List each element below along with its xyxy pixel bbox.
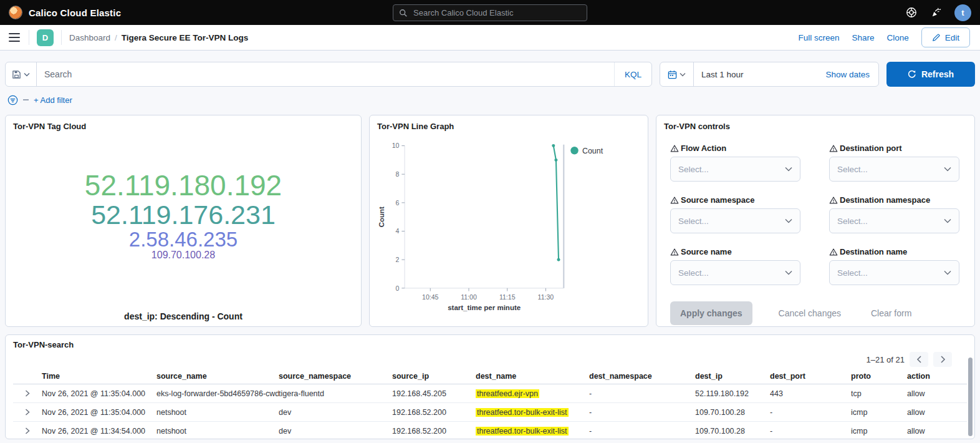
app-title: Calico Cloud Elastic — [29, 7, 121, 18]
refresh-button[interactable]: Refresh — [886, 62, 975, 87]
pagination: 1–21 of 21 — [13, 352, 952, 367]
svg-text:8: 8 — [396, 170, 400, 178]
calico-logo-icon — [9, 6, 22, 19]
clear-form-button[interactable]: Clear form — [867, 308, 915, 319]
breadcrumb-item-dashboard[interactable]: Dashboard — [69, 33, 110, 42]
table-body: Nov 26, 2021 @ 11:35:04.000eks-log-forwa… — [13, 384, 967, 439]
column-header-action: action — [907, 372, 967, 381]
breadcrumb-separator: / — [115, 33, 117, 42]
cell-source-namespace: tigera-fluentd — [279, 389, 392, 398]
refresh-icon — [908, 70, 916, 79]
filter-divider — [23, 99, 29, 100]
cell-proto: icmp — [851, 427, 907, 436]
cell-time: Nov 26, 2021 @ 11:34:54.000 — [42, 427, 156, 436]
nav-action-full-screen[interactable]: Full screen — [798, 33, 839, 42]
expand-row-chevron-icon[interactable] — [13, 390, 42, 397]
chevron-down-icon — [680, 72, 686, 77]
column-header-dest-namespace: dest_namespace — [589, 372, 695, 381]
column-header-source-namespace: source_namespace — [279, 372, 392, 381]
edit-button[interactable]: Edit — [921, 27, 970, 47]
line-chart: 024681010:4511:0011:1511:30Countstart_ti… — [377, 134, 640, 321]
pencil-icon — [932, 33, 941, 42]
tag-cloud-footer-label: dest_ip: Descending - Count — [6, 311, 361, 321]
warning-icon — [829, 248, 838, 256]
cell-action: allow — [907, 389, 967, 398]
expand-row-chevron-icon[interactable] — [13, 427, 42, 434]
add-filter-button[interactable]: + Add filter — [34, 95, 72, 105]
search-icon — [399, 9, 408, 17]
kql-button[interactable]: KQL — [614, 62, 651, 86]
warning-icon — [670, 248, 679, 256]
tag-cloud-term[interactable]: 52.119.176.231 — [91, 201, 276, 229]
column-header-dest-ip: dest_ip — [695, 372, 770, 381]
svg-text:Count: Count — [582, 147, 603, 155]
query-input[interactable] — [37, 69, 614, 79]
filter-menu-icon[interactable] — [7, 95, 18, 105]
date-picker-menu-button[interactable] — [660, 62, 694, 86]
cell-source-name: netshoot — [156, 408, 279, 417]
select-source-name[interactable]: Select... — [670, 260, 800, 285]
column-header-dest-port: dest_port — [770, 372, 851, 381]
search-table-panel: Tor-VPN-search 1–21 of 21 Timesource_nam… — [5, 334, 975, 439]
control-field: Source nameSelect... — [670, 247, 800, 285]
panel-title: Tor-VPN controls — [664, 122, 967, 131]
select-destination-namespace[interactable]: Select... — [829, 208, 959, 233]
panel-title: Tor-VPN-search — [13, 340, 967, 349]
cell-dest-ip: 52.119.180.192 — [695, 389, 770, 398]
warning-icon — [829, 196, 838, 205]
cell-proto: tcp — [851, 389, 907, 398]
controls-panel: Tor-VPN controls Flow ActionSelect...Des… — [656, 115, 975, 327]
help-icon[interactable] — [905, 6, 918, 19]
apply-changes-button[interactable]: Apply changes — [670, 301, 752, 325]
cell-dest-port: - — [770, 408, 851, 417]
warning-icon — [670, 144, 679, 153]
breadcrumb-item-tigera-secure-ee-tor-vpn-logs: Tigera Secure EE Tor-VPN Logs — [122, 33, 249, 42]
time-range-value[interactable]: Last 1 hour — [694, 70, 817, 79]
global-search[interactable] — [393, 4, 587, 21]
saved-query-icon — [12, 70, 21, 79]
svg-text:2: 2 — [396, 256, 400, 263]
control-field: Destination namespaceSelect... — [829, 195, 959, 233]
tag-cloud-term[interactable]: 109.70.100.28 — [151, 250, 215, 261]
user-avatar[interactable]: t — [954, 4, 971, 21]
column-header-source-ip: source_ip — [392, 372, 476, 381]
column-header-proto: proto — [851, 372, 907, 381]
chevron-down-icon — [785, 218, 792, 223]
cell-time: Nov 26, 2021 @ 11:35:04.000 — [42, 389, 156, 398]
show-dates-button[interactable]: Show dates — [817, 70, 878, 79]
svg-text:6: 6 — [396, 199, 400, 207]
tag-cloud-term[interactable]: 2.58.46.235 — [129, 229, 238, 250]
control-field: Destination portSelect... — [829, 144, 959, 182]
svg-text:Count: Count — [378, 207, 386, 227]
select-flow-action[interactable]: Select... — [670, 157, 800, 182]
cell-dest-ip: 109.70.100.28 — [695, 408, 770, 417]
table-header: Timesource_namesource_namespacesource_ip… — [13, 368, 967, 384]
global-search-input[interactable] — [412, 7, 581, 18]
prev-page-button[interactable] — [910, 352, 928, 367]
cell-source-namespace: dev — [279, 408, 392, 417]
nav-action-share[interactable]: Share — [852, 33, 874, 42]
table-scrollbar[interactable] — [968, 358, 973, 436]
nav-action-clone[interactable]: Clone — [886, 33, 908, 42]
chevron-down-icon — [944, 167, 951, 172]
next-page-button[interactable] — [933, 352, 952, 367]
control-label: Flow Action — [670, 144, 800, 153]
svg-text:10: 10 — [392, 142, 400, 149]
table-row: Nov 26, 2021 @ 11:34:54.000netshootdev19… — [13, 422, 967, 439]
chevron-down-icon — [944, 218, 951, 223]
cell-source-name: eks-log-forwarder-5bd4659786-cwd2r — [156, 389, 279, 398]
cancel-changes-button[interactable]: Cancel changes — [775, 308, 845, 319]
menu-icon[interactable] — [7, 31, 21, 44]
expand-row-chevron-icon[interactable] — [13, 409, 42, 416]
select-source-namespace[interactable]: Select... — [670, 208, 800, 233]
tag-cloud-term[interactable]: 52.119.180.192 — [85, 171, 282, 201]
cell-dest-namespace: - — [589, 389, 695, 398]
news-icon[interactable] — [930, 6, 943, 19]
saved-query-menu-button[interactable] — [6, 62, 37, 86]
dashboard-badge[interactable]: D — [37, 29, 54, 46]
cell-action: allow — [907, 408, 967, 417]
cell-dest-name: threatfeed.ejr-vpn — [476, 389, 589, 398]
select-destination-port[interactable]: Select... — [829, 157, 959, 182]
warning-icon — [829, 144, 838, 153]
select-destination-name[interactable]: Select... — [829, 260, 959, 285]
